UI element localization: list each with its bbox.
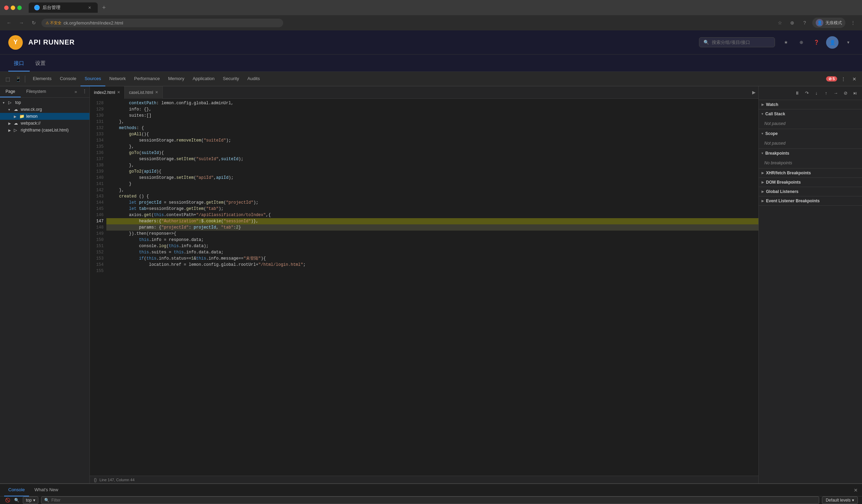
console-context-label: top (26, 498, 32, 503)
dom-header[interactable]: ▶ DOM Breakpoints (759, 178, 862, 187)
user-avatar[interactable]: 👤 (826, 36, 839, 49)
console-clear-button[interactable]: 🚫 (4, 497, 11, 504)
cloud-icon: ☁ (14, 107, 19, 112)
browser-tab[interactable]: 🌐 后台管理 ✕ (29, 2, 98, 13)
devtools-toolbar-right: ⊘ 5 ⋮ ✕ (826, 74, 859, 84)
more-tools-button[interactable]: ⋮ (839, 74, 848, 84)
profile-button[interactable]: 👤 无痕模式 (812, 18, 845, 28)
file-tab-caselist[interactable]: caseList.html ✕ (125, 86, 163, 99)
search-bar[interactable]: 🔍 (699, 37, 775, 47)
nav-item-settings[interactable]: 设置 (30, 56, 51, 71)
tree-label-rightiframe: rightIframe (caseList.html) (21, 128, 69, 133)
forward-button[interactable]: → (17, 18, 26, 28)
tab-bar: 🌐 后台管理 ✕ + (29, 2, 858, 13)
global-header[interactable]: ▶ Global Listeners (759, 187, 862, 196)
deactivate-breakpoints-button[interactable]: ⊘ (841, 89, 850, 97)
console-filter-bar[interactable]: 🔍 (41, 496, 819, 504)
url-text: ck.org/lemon/html/index2.html (64, 20, 123, 26)
event-header[interactable]: ▶ Event Listener Breakpoints (759, 196, 862, 205)
step-over-button[interactable]: ↷ (803, 89, 811, 97)
tab-sources[interactable]: Sources (80, 72, 105, 86)
title-bar: 🌐 后台管理 ✕ + (0, 0, 862, 15)
minimize-button[interactable] (11, 6, 15, 10)
file-tab-close-index2[interactable]: ✕ (117, 90, 120, 95)
star-button[interactable]: ★ (780, 37, 792, 48)
close-button[interactable] (4, 6, 9, 10)
callstack-header[interactable]: ▾ Call Stack (759, 109, 862, 118)
step-button[interactable]: → (832, 89, 840, 97)
code-line-151: console.log(this.info.data); (106, 243, 758, 249)
pause-on-exceptions-button[interactable]: ⏯ (851, 89, 859, 97)
panel-section-event: ▶ Event Listener Breakpoints (759, 196, 862, 206)
console-filter-input[interactable] (51, 498, 816, 503)
debug-toolbar: ⏸ ↷ ↓ ↑ → ⊘ ⏯ (759, 86, 862, 100)
code-line-152: this.suites = this.info.data.data; (106, 249, 758, 255)
device-toolbar-button[interactable]: 📱 (13, 74, 23, 84)
scope-header[interactable]: ▾ Scope (759, 129, 862, 138)
tree-item-webpack[interactable]: ▶ ☁ webpack:// (0, 120, 89, 127)
tab-console[interactable]: Console (56, 72, 80, 86)
xhr-header[interactable]: ▶ XHR/fetch Breakpoints (759, 168, 862, 177)
help-icon-button[interactable]: ❓ (811, 37, 822, 48)
tree-item-top[interactable]: ▾ ▷ top (0, 99, 89, 106)
console-close-button[interactable]: ✕ (854, 487, 858, 493)
tree-item-ck-org[interactable]: ▾ ☁ www.ck.org (0, 106, 89, 113)
tab-security[interactable]: Security (219, 72, 243, 86)
step-out-button[interactable]: ↑ (822, 89, 830, 97)
line-num-154: 154 (90, 262, 106, 268)
sidebar-tab-filesystem[interactable]: Filesystem (21, 86, 51, 97)
console-tab-whatsnew[interactable]: What's New (30, 484, 63, 496)
play-button[interactable]: ▶ (749, 90, 758, 95)
help-button[interactable]: ? (800, 18, 810, 28)
event-label: Event Listener Breakpoints (766, 198, 820, 203)
back-button[interactable]: ← (4, 18, 14, 28)
bookmark-button[interactable]: ☆ (775, 18, 785, 28)
console-input-bar: 🚫 🔍 top ▾ 🔍 Default levels ▾ (0, 496, 862, 504)
tab-memory[interactable]: Memory (164, 72, 189, 86)
tree-item-lemon[interactable]: ▶ 📁 lemon (0, 113, 89, 120)
sidebar-tab-more[interactable]: » (72, 86, 80, 97)
console-tab-console[interactable]: Console (4, 484, 29, 496)
maximize-button[interactable] (17, 6, 22, 10)
sidebar-menu-button[interactable]: ⋮ (80, 86, 89, 96)
add-icon-button[interactable]: ⊕ (796, 37, 807, 48)
console-level-selector[interactable]: Default levels ▾ (822, 496, 858, 504)
tab-network[interactable]: Network (105, 72, 130, 86)
url-field[interactable]: ⚠ 不安全 ck.org/lemon/html/index2.html (41, 19, 283, 27)
chevron-down-icon: ▾ (3, 101, 7, 105)
breakpoints-header[interactable]: ▾ Breakpoints (759, 149, 862, 158)
new-tab-button[interactable]: + (99, 3, 109, 12)
line-num-145: 145 (90, 206, 106, 212)
tab-close-button[interactable]: ✕ (87, 5, 92, 10)
file-tab-index2[interactable]: index2.html ✕ (90, 86, 125, 99)
chevron-right-dom: ▶ (762, 181, 764, 184)
tab-audits[interactable]: Audits (243, 72, 264, 86)
tab-application[interactable]: Application (189, 72, 219, 86)
nav-item-api[interactable]: 接口 (8, 56, 30, 71)
code-line-146: axios.get(this.contextPath+"/apiClassifi… (106, 212, 758, 218)
add-button[interactable]: ⊕ (787, 18, 797, 28)
console-filter-toggle[interactable]: 🔍 (13, 497, 20, 504)
line-num-141: 141 (90, 181, 106, 187)
inspect-element-button[interactable]: ⬚ (3, 74, 12, 84)
console-context-selector[interactable]: top ▾ (23, 496, 38, 504)
tab-elements[interactable]: Elements (29, 72, 56, 86)
code-line-129: info: {}, (106, 106, 758, 113)
tab-performance[interactable]: Performance (130, 72, 164, 86)
watch-header[interactable]: ▶ Watch (759, 100, 862, 109)
close-devtools-button[interactable]: ✕ (850, 74, 859, 84)
pause-button[interactable]: ⏸ (793, 89, 801, 97)
dropdown-arrow-icon: ▾ (33, 498, 35, 503)
tree-item-rightiframe[interactable]: ▶ ▷ rightIframe (caseList.html) (0, 127, 89, 134)
sidebar-tab-page[interactable]: Page (0, 86, 21, 97)
file-tab-close-caselist[interactable]: ✕ (155, 90, 158, 95)
file-tabs: index2.html ✕ caseList.html ✕ ▶ (90, 86, 758, 99)
menu-button[interactable]: ⋮ (848, 18, 858, 28)
line-num-151: 151 (90, 243, 106, 249)
folder-icon-lemon: 📁 (19, 114, 25, 119)
code-editor[interactable]: 128 129 130 131 132 133 134 135 136 137 … (90, 99, 758, 476)
step-into-button[interactable]: ↓ (812, 89, 821, 97)
reload-button[interactable]: ↻ (29, 18, 39, 28)
dropdown-arrow[interactable]: ▾ (843, 37, 854, 48)
search-input[interactable] (712, 40, 770, 45)
